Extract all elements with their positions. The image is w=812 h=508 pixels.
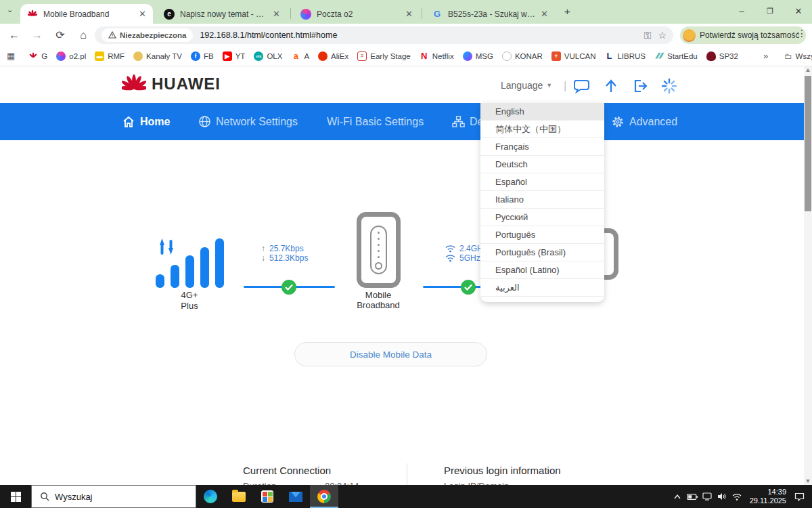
window-close-button[interactable]: ✕: [785, 0, 812, 22]
language-option[interactable]: Русский: [480, 209, 604, 226]
bookmark-item[interactable]: fFB: [191, 51, 214, 61]
signal-bar-4: [200, 247, 209, 288]
bookmark-item[interactable]: Kanały TV: [133, 51, 182, 61]
footer-divider: [407, 463, 407, 485]
signal-bar-5: [215, 238, 224, 288]
bookmark-item[interactable]: ▬RMF: [95, 51, 125, 61]
tab-poczta-o2[interactable]: Poczta o2 ✕: [294, 4, 420, 24]
battery-icon[interactable]: [685, 485, 700, 508]
network-signal-icon[interactable]: [729, 485, 744, 508]
language-option[interactable]: Français: [480, 138, 604, 156]
device-monitor-icon[interactable]: [700, 485, 715, 508]
sp32-icon: [706, 51, 716, 61]
bookmark-item[interactable]: NNetflix: [420, 51, 454, 61]
volume-icon[interactable]: [715, 485, 729, 508]
bookmark-item[interactable]: o2.pl: [56, 51, 86, 61]
all-bookmarks-button[interactable]: 🗀Wszystkie zakładki: [784, 52, 812, 60]
profile-chip[interactable]: Potwierdź swoją tożsamość: [680, 26, 806, 44]
taskbar-store-icon[interactable]: [253, 485, 281, 508]
security-badge[interactable]: Niezabezpieczona: [102, 28, 193, 42]
youtube-icon: ▶: [223, 51, 232, 61]
nav-network-settings[interactable]: Network Settings: [198, 103, 298, 140]
taskbar-explorer-icon[interactable]: [225, 485, 253, 508]
bookmark-item[interactable]: +VULCAN: [551, 51, 596, 61]
taskbar-edge-icon[interactable]: [196, 485, 225, 508]
bookmarks-overflow-icon[interactable]: »: [763, 51, 768, 61]
start-button[interactable]: [0, 485, 31, 508]
bookmark-item[interactable]: ≡Early Stage: [357, 51, 410, 61]
taskbar-chrome-icon[interactable]: [310, 485, 338, 508]
bookmark-star-icon[interactable]: ☆: [658, 30, 667, 41]
nav-home[interactable]: Home: [122, 103, 170, 140]
language-option[interactable]: Español (Latino): [480, 261, 604, 279]
librus-icon: L: [604, 51, 614, 61]
taskbar-search-input[interactable]: Wyszukaj: [31, 485, 196, 508]
bookmark-item[interactable]: AliEx: [318, 51, 348, 61]
nav-advanced[interactable]: Advanced: [611, 103, 677, 140]
new-tab-button[interactable]: +: [564, 5, 570, 17]
bookmark-item[interactable]: G: [28, 51, 47, 61]
tab-mobile-broadband[interactable]: Mobile Broadband ✕: [20, 4, 153, 24]
language-option[interactable]: Italiano: [480, 191, 604, 209]
language-option[interactable]: Deutsch: [480, 156, 604, 173]
language-dropdown-button[interactable]: Language ▼: [501, 80, 552, 91]
tab-close-icon[interactable]: ✕: [273, 9, 280, 19]
bookmark-item[interactable]: SP32: [706, 51, 738, 61]
window-minimize-button[interactable]: –: [728, 0, 755, 22]
wifi-band-5: 5GHz: [445, 253, 480, 263]
logout-icon[interactable]: [631, 77, 649, 95]
language-option[interactable]: 简体中文（中国）: [480, 121, 604, 138]
scroll-down-icon[interactable]: [806, 480, 810, 483]
message-bubble-icon[interactable]: [572, 77, 590, 95]
tab-search-chevron-icon[interactable]: ⌄: [7, 5, 13, 14]
back-icon[interactable]: ←: [5, 26, 23, 44]
language-dropdown-menu: English 简体中文（中国） Français Deutsch Españo…: [480, 103, 604, 302]
tab-elektroda[interactable]: e Napisz nowy temat - elektroda ✕: [157, 4, 287, 24]
action-center-icon[interactable]: [792, 485, 807, 508]
update-arrow-icon[interactable]: [602, 77, 620, 95]
bookmark-item[interactable]: aA: [291, 51, 309, 61]
tab-title: B525s-23a - Szukaj w Google: [448, 9, 535, 19]
tab-close-icon[interactable]: ✕: [139, 9, 146, 19]
gear-icon: [611, 115, 625, 129]
language-option[interactable]: العربية: [480, 279, 604, 297]
bookmark-item[interactable]: ▶YT: [223, 51, 246, 61]
nav-wifi-basic-settings[interactable]: Wi-Fi Basic Settings: [327, 103, 424, 140]
taskbar-mail-icon[interactable]: [281, 485, 310, 508]
bookmark-item[interactable]: KONAR: [502, 51, 543, 61]
bookmark-item[interactable]: ⫽⫽StartEdu: [654, 51, 698, 61]
language-option[interactable]: English: [480, 103, 604, 121]
address-bar[interactable]: Niezabezpieczona 192.168.8.1/html/conten…: [95, 26, 673, 44]
signal-bar-2: [171, 265, 179, 288]
down-arrow-icon: ↓: [261, 253, 265, 263]
language-option[interactable]: Português (Brasil): [480, 244, 604, 261]
scroll-up-icon[interactable]: [806, 68, 810, 72]
bookmark-item[interactable]: LLIBRUS: [604, 51, 646, 61]
tray-chevron-icon[interactable]: [670, 485, 685, 508]
tab-google-search[interactable]: G B525s-23a - Szukaj w Google ✕: [425, 4, 555, 24]
o2-icon: [300, 9, 311, 20]
forward-icon[interactable]: →: [28, 26, 46, 44]
huawei-flower-icon: [27, 9, 38, 20]
early-stage-icon: ≡: [357, 51, 367, 61]
bookmark-item[interactable]: olxOLX: [254, 51, 282, 61]
time: 14:39: [750, 488, 786, 496]
apps-grid-icon[interactable]: ▦: [7, 51, 15, 61]
password-key-icon[interactable]: ⚿: [644, 30, 652, 41]
language-option[interactable]: Português: [480, 226, 604, 244]
kanaly-tv-icon: [133, 51, 143, 61]
profile-avatar: [683, 29, 696, 42]
scrollbar-thumb[interactable]: [805, 76, 811, 211]
tab-close-icon[interactable]: ✕: [541, 9, 548, 19]
reload-icon[interactable]: ⟳: [51, 26, 69, 44]
disable-mobile-data-button[interactable]: Disable Mobile Data: [294, 342, 487, 366]
window-restore-button[interactable]: ❐: [757, 0, 784, 22]
tab-close-icon[interactable]: ✕: [405, 9, 413, 19]
language-option[interactable]: Español: [480, 173, 604, 191]
download-speed: ↓ 512.3Kbps: [261, 253, 308, 263]
taskbar-clock[interactable]: 14:39 29.11.2025: [744, 488, 792, 505]
bookmark-item[interactable]: MSG: [463, 51, 493, 61]
bookmarks-bar: ▦ G o2.pl ▬RMF Kanały TV fFB ▶YT olxOLX …: [0, 46, 812, 66]
folder-icon: 🗀: [784, 52, 792, 60]
home-icon[interactable]: ⌂: [74, 26, 92, 44]
